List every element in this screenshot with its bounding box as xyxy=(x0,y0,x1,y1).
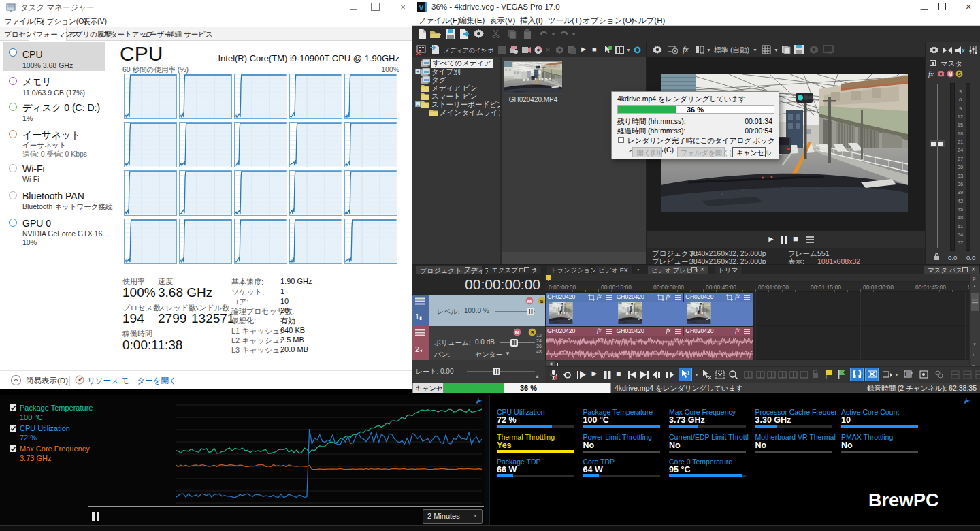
svg-text:M: M xyxy=(527,298,532,304)
svg-text:S: S xyxy=(958,71,961,76)
svg-text:S: S xyxy=(540,298,543,304)
svg-text:S: S xyxy=(530,329,534,336)
svg-text:M: M xyxy=(515,329,519,336)
svg-text:M: M xyxy=(949,71,953,76)
svg-text:4:2:2: 4:2:2 xyxy=(824,50,832,54)
